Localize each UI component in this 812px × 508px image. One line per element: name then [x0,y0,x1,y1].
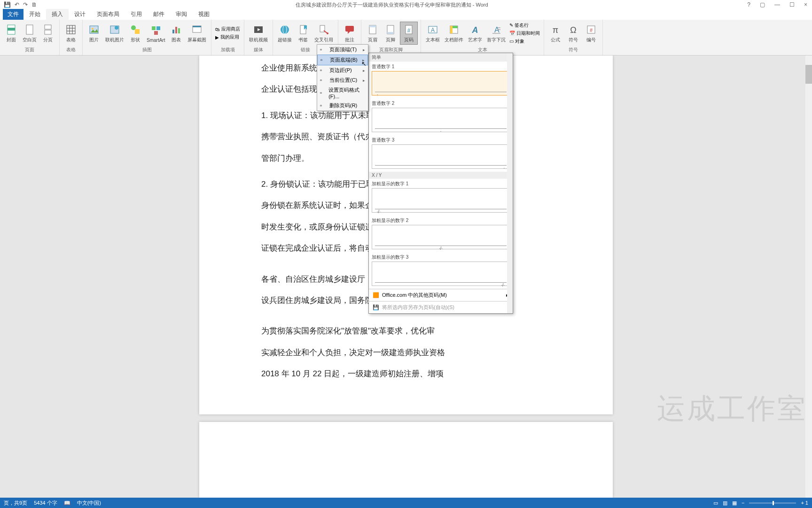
vertical-scrollbar[interactable] [805,56,812,498]
zoom-slider[interactable] [749,502,796,504]
gallery-item-普通数字 3[interactable]: 普通数字 3· [369,135,513,172]
ribbon-label: 表格 [66,37,76,43]
ribbon-文档部件[interactable]: 文档部件 [443,22,465,44]
view-web-icon[interactable]: ▦ [732,500,737,506]
ribbon-label: 符号 [569,37,578,43]
ribbon-对象[interactable]: ▭对象 [508,38,541,45]
menu-页面底端(B)[interactable]: ▫页面底端(B)▸ [317,55,368,65]
redo-icon[interactable]: ↷ [23,1,28,8]
ribbon-联机图片[interactable]: 联机图片 [103,22,126,44]
表格-icon [64,23,78,36]
menu-icon: ▫ [320,47,327,53]
menu-设置页码格式(F)...[interactable]: ▫设置页码格式(F)... [317,85,368,101]
ribbon-日期和时间[interactable]: 📅日期和时间 [508,30,541,37]
ribbon-空白页[interactable]: 空白页 [21,22,39,44]
tab-review[interactable]: 审阅 [170,9,193,20]
close-icon[interactable]: × [804,1,807,8]
tab-layout[interactable]: 页面布局 [91,9,125,20]
help-icon[interactable]: ? [747,1,750,8]
gallery-more-office[interactable]: 🟧 Office.com 中的其他页码(M) ▸ [369,289,513,301]
tab-insert[interactable]: 插入 [46,9,69,20]
ribbon-文本框[interactable]: A文本框 [424,22,442,44]
分页-icon [41,23,55,36]
status-language[interactable]: 中文(中国) [77,500,101,507]
gallery-item-普通数字 2[interactable]: 普通数字 2· [369,98,513,135]
view-read-icon[interactable]: ▭ [713,500,718,506]
scroll-thumb[interactable] [805,65,812,84]
ribbon-页脚[interactable]: 页脚 [382,22,399,44]
tab-mailings[interactable]: 邮件 [148,9,170,20]
minimize-icon[interactable]: — [774,1,780,8]
ribbon-公式[interactable]: π公式 [547,22,564,44]
公式-icon: π [549,23,562,36]
ribbon-我的应用[interactable]: ▶我的应用 [214,33,241,41]
ribbon-图表[interactable]: 图表 [168,22,185,44]
图表-icon [170,23,183,36]
ribbon-联机视频[interactable]: 联机视频 [247,22,270,44]
save-icon[interactable]: 💾 [4,1,11,8]
menu-删除页码(R)[interactable]: ▫删除页码(R) [317,101,368,111]
ribbon-批注[interactable]: 批注 [341,22,358,44]
document-page-next[interactable] [199,422,613,498]
ribbon-签名行[interactable]: ✎签名行 [508,22,541,29]
ribbon-符号[interactable]: Ω符号 [565,22,582,44]
ribbon-超链接[interactable]: 超链接 [276,22,294,44]
gallery-item-加粗显示的数字 1[interactable]: 加粗显示的数字 1·/· [369,179,513,215]
ribbon-label: 分页 [43,37,53,43]
ribbon-首字下沉[interactable]: A首字下沉 [485,22,508,44]
ribbon-页眉[interactable]: 页眉 [364,22,381,44]
ribbon-SmartArt[interactable]: SmartArt [145,23,167,44]
zoom-label[interactable]: + 1 [801,500,808,506]
ribbon-表格[interactable]: 表格 [62,22,79,44]
office-icon: 🟧 [373,292,379,298]
status-wordcount[interactable]: 5434 个字 [34,500,57,507]
status-proofing-icon[interactable]: 📖 [64,500,70,506]
文本框-icon: A [426,23,439,36]
ribbon-交叉引用[interactable]: 交叉引用 [312,22,335,44]
ribbon-艺术字[interactable]: A艺术字 [466,22,484,44]
ribbon-封面[interactable]: 封面 [3,22,20,44]
tab-view[interactable]: 视图 [193,9,215,20]
gallery-item-普通数字 1[interactable]: 普通数字 1· [369,62,513,98]
ribbon-书签[interactable]: 书签 [295,22,312,44]
gallery-scrollbar[interactable] [507,53,513,313]
undo-icon[interactable]: ↶ [15,1,19,8]
ribbon-形状[interactable]: 形状 [127,22,144,44]
SmartArt-icon [149,24,163,37]
gallery-item-加粗显示的数字 3[interactable]: 加粗显示的数字 3·/· [369,252,513,289]
view-print-icon[interactable]: ▥ [723,500,727,506]
屏幕截图-icon [190,23,203,36]
tab-home[interactable]: 开始 [23,9,46,20]
ribbon-编号[interactable]: #编号 [583,22,600,44]
menu-页边距(P)[interactable]: ▫页边距(P)▸ [317,65,368,75]
maximize-icon[interactable]: ☐ [789,1,795,8]
menu-icon: ▫ [320,57,327,64]
批注-icon [343,23,356,36]
svg-rect-17 [156,26,160,30]
ribbon-label: 空白页 [23,37,37,43]
menu-icon: ▫ [320,77,327,84]
menu-页面顶端(T)[interactable]: ▫页面顶端(T)▸ [317,45,368,55]
tab-file[interactable]: 文件 [3,9,23,20]
menu-当前位置(C)[interactable]: ▫当前位置(C)▸ [317,75,368,85]
zoom-out-icon[interactable]: − [742,500,744,506]
ribbon-应用商店[interactable]: 🛍应用商店 [214,25,241,33]
group-label: 页面 [3,46,56,54]
ribbon-页码[interactable]: #页码 [400,22,418,45]
new-doc-icon[interactable]: 🗎 [31,1,37,8]
tab-design[interactable]: 设计 [69,9,91,20]
quick-access-toolbar[interactable]: 💾 ↶ ↷ 🗎 [0,1,41,8]
ribbon-label: 页脚 [386,37,395,43]
ribbon-屏幕截图[interactable]: 屏幕截图 [186,22,208,44]
status-page[interactable]: 页，共9页 [4,500,27,507]
签名行-icon: ✎ [509,23,513,28]
ribbon-分页[interactable]: 分页 [39,22,56,44]
ribbon-图片[interactable]: 图片 [86,22,102,44]
svg-rect-4 [45,30,51,34]
ribbon-opts-icon[interactable]: ▢ [760,1,765,8]
gallery-item-加粗显示的数字 2[interactable]: 加粗显示的数字 2·/· [369,215,513,252]
编号-icon: # [585,23,598,36]
svg-point-25 [281,25,289,34]
document-title: 住房城乡建设部办公厅关于一级建造师执业资格实行电子化申报和审批的通知 - Wor… [41,1,742,8]
tab-references[interactable]: 引用 [125,9,148,20]
